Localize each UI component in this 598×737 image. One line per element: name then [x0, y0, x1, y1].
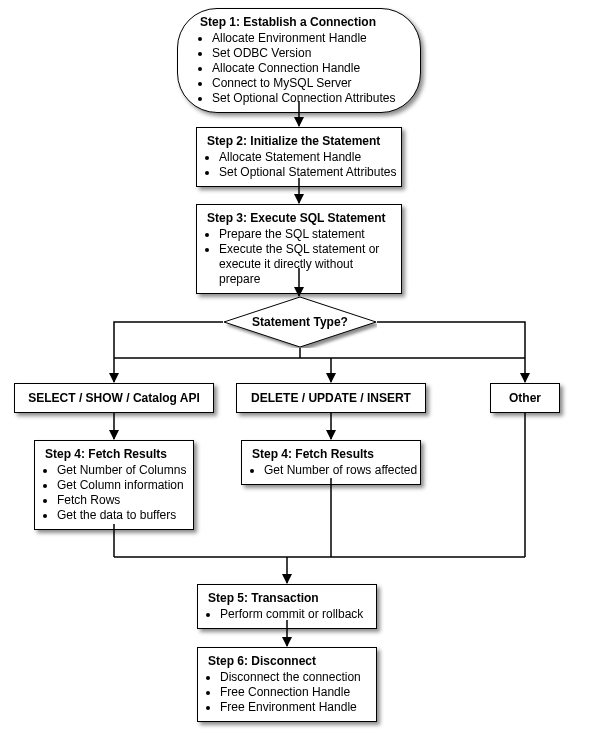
bullet: Allocate Connection Handle: [212, 61, 398, 76]
node-step6-bullets: Disconnect the connection Free Connectio…: [208, 670, 366, 715]
node-step3: Step 3: Execute SQL Statement Prepare th…: [196, 204, 402, 294]
node-step3-title: Step 3: Execute SQL Statement: [207, 211, 391, 225]
node-step2-title: Step 2: Initialize the Statement: [207, 134, 391, 148]
node-branch-other: Other: [490, 383, 560, 413]
bullet: Execute the SQL statement or execute it …: [219, 242, 391, 287]
bullet: Fetch Rows: [57, 493, 183, 508]
bullet: Set Optional Connection Attributes: [212, 91, 398, 106]
bullet: Allocate Environment Handle: [212, 31, 398, 46]
flowchart-canvas: Step 1: Establish a Connection Allocate …: [0, 0, 598, 737]
bullet: Free Connection Handle: [220, 685, 366, 700]
node-step1: Step 1: Establish a Connection Allocate …: [177, 8, 421, 113]
node-step5: Step 5: Transaction Perform commit or ro…: [197, 584, 377, 629]
node-step6: Step 6: Disconnect Disconnect the connec…: [197, 647, 377, 722]
node-step4b-title: Step 4: Fetch Results: [252, 447, 410, 461]
node-step4a-bullets: Get Number of Columns Get Column informa…: [45, 463, 183, 523]
branch-select-label: SELECT / SHOW / Catalog API: [28, 391, 200, 405]
node-step5-title: Step 5: Transaction: [208, 591, 366, 605]
node-step2: Step 2: Initialize the Statement Allocat…: [196, 127, 402, 187]
node-branch-select: SELECT / SHOW / Catalog API: [14, 383, 214, 413]
bullet: Free Environment Handle: [220, 700, 366, 715]
branch-other-label: Other: [509, 391, 541, 405]
node-step4b: Step 4: Fetch Results Get Number of rows…: [241, 440, 421, 485]
node-step4a: Step 4: Fetch Results Get Number of Colu…: [34, 440, 194, 530]
node-decision-label: Statement Type?: [223, 296, 377, 348]
bullet: Connect to MySQL Server: [212, 76, 398, 91]
node-step6-title: Step 6: Disconnect: [208, 654, 366, 668]
node-step4b-bullets: Get Number of rows affected: [252, 463, 410, 478]
bullet: Allocate Statement Handle: [219, 150, 391, 165]
bullet: Get the data to buffers: [57, 508, 183, 523]
node-step3-bullets: Prepare the SQL statement Execute the SQ…: [207, 227, 391, 287]
node-step5-bullets: Perform commit or rollback: [208, 607, 366, 622]
bullet: Set ODBC Version: [212, 46, 398, 61]
node-step1-bullets: Allocate Environment Handle Set ODBC Ver…: [200, 31, 398, 106]
bullet: Perform commit or rollback: [220, 607, 366, 622]
node-step1-title: Step 1: Establish a Connection: [200, 15, 398, 29]
node-branch-dml: DELETE / UPDATE / INSERT: [236, 383, 426, 413]
bullet: Get Number of rows affected: [264, 463, 410, 478]
bullet: Get Number of Columns: [57, 463, 183, 478]
branch-dml-label: DELETE / UPDATE / INSERT: [251, 391, 411, 405]
node-step4a-title: Step 4: Fetch Results: [45, 447, 183, 461]
bullet: Set Optional Statement Attributes: [219, 165, 391, 180]
node-step2-bullets: Allocate Statement Handle Set Optional S…: [207, 150, 391, 180]
node-decision: Statement Type?: [223, 296, 377, 348]
bullet: Get Column information: [57, 478, 183, 493]
bullet: Prepare the SQL statement: [219, 227, 391, 242]
bullet: Disconnect the connection: [220, 670, 366, 685]
